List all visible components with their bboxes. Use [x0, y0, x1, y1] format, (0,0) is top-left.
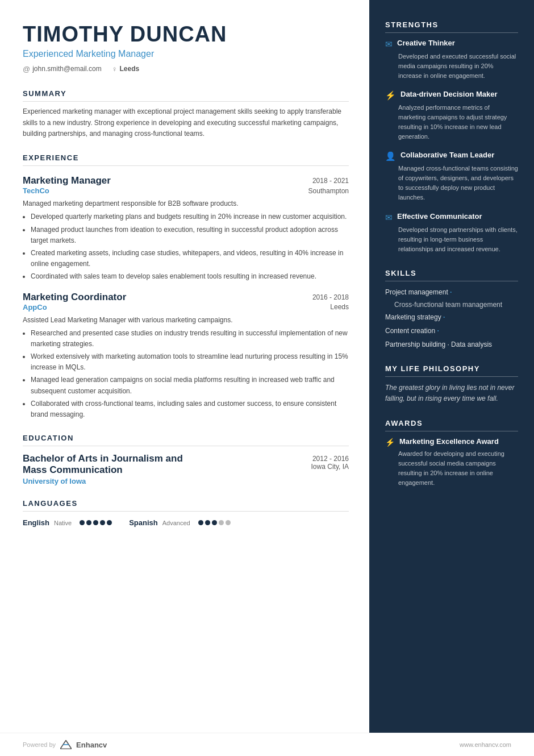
- skill-dot: ·: [450, 288, 452, 296]
- skills-section: SKILLS Project management · Cross-functi…: [385, 269, 518, 350]
- edu-1-dates: 2012 - 2016: [311, 455, 349, 463]
- award-1-name: Marketing Excellence Award: [399, 437, 499, 447]
- strength-collaborative: 👤 Collaborative Team Leader Managed cros…: [385, 151, 518, 202]
- collaborative-icon: 👤: [385, 151, 396, 161]
- dot: [212, 520, 217, 525]
- dot: [100, 520, 105, 525]
- strength-1-desc: Developed and executed successful social…: [385, 52, 518, 81]
- summary-text: Experienced marketing manager with excep…: [23, 106, 349, 140]
- award-1-header: ⚡ Marketing Excellence Award: [385, 437, 518, 447]
- job-2-bullets: Researched and presented case studies on…: [23, 328, 349, 421]
- job-2-location: Leeds: [330, 303, 349, 311]
- strength-4-name: Effective Communicator: [397, 212, 482, 222]
- skill-cross-functional: Cross-functional team management: [394, 301, 518, 309]
- language-spanish: Spanish Advanced: [129, 518, 231, 527]
- enhancv-brand-name: Enhancv: [76, 741, 107, 749]
- bullet-item: Researched and presented case studies on…: [31, 328, 349, 350]
- location-value: Leeds: [120, 65, 140, 73]
- languages-section: LANGUAGES English Native: [23, 499, 349, 527]
- dot: [80, 520, 85, 525]
- experience-title: EXPERIENCE: [23, 153, 349, 166]
- strength-2-header: ⚡ Data-driven Decision Maker: [385, 90, 518, 101]
- edu-degree-text: Bachelor of Arts in Journalism and Mass …: [23, 453, 205, 476]
- right-column: STRENGTHS ✉ Creative Thinker Developed a…: [369, 0, 534, 733]
- skill-content-creation: Content creation ·: [385, 326, 518, 336]
- dot: [219, 520, 224, 525]
- lang-spanish-level: Advanced: [162, 520, 190, 526]
- edu-1-right: 2012 - 2016 Iowa City, IA: [311, 453, 349, 471]
- job-2-desc: Assisted Lead Marketing Manager with var…: [23, 315, 349, 326]
- strength-communicator: ✉ Effective Communicator Developed stron…: [385, 212, 518, 254]
- award-1-desc: Awarded for developing and executing suc…: [385, 449, 518, 488]
- resume-page: TIMOTHY DUNCAN Experienced Marketing Man…: [0, 0, 534, 756]
- skill-project-mgmt: Project management ·: [385, 287, 518, 297]
- job-1-header: Marketing Manager 2018 - 2021: [23, 175, 349, 186]
- edu-1-location: Iowa City, IA: [311, 463, 349, 471]
- summary-title: SUMMARY: [23, 89, 349, 102]
- dot: [226, 520, 231, 525]
- philosophy-section: MY LIFE PHILOSOPHY The greatest glory in…: [385, 364, 518, 404]
- lang-spanish-dots: [198, 520, 231, 525]
- dot: [93, 520, 98, 525]
- edu-1-header: Bachelor of Arts in Journalism and Mass …: [23, 453, 349, 485]
- skills-title: SKILLS: [385, 269, 518, 281]
- lang-english-level: Native: [54, 520, 72, 526]
- dot: [205, 520, 210, 525]
- job-2-title: Marketing Coordinator: [23, 292, 126, 303]
- bullet-item: Worked extensively with marketing automa…: [31, 351, 349, 373]
- job-2-header: Marketing Coordinator 2016 - 2018: [23, 292, 349, 303]
- skill-partnership-data: Partnership building · Data analysis: [385, 339, 518, 350]
- awards-section: AWARDS ⚡ Marketing Excellence Award Awar…: [385, 419, 518, 488]
- strength-4-header: ✉ Effective Communicator: [385, 212, 518, 223]
- job-2-dates: 2016 - 2018: [312, 293, 349, 301]
- dot: [107, 520, 112, 525]
- bullet-item: Created marketing assets, including case…: [31, 248, 349, 269]
- footer: Powered by Enhancv www.enhancv.com: [0, 733, 534, 756]
- email-value: john.smith@email.com: [32, 65, 102, 73]
- candidate-name: TIMOTHY DUNCAN: [23, 23, 349, 47]
- data-driven-icon: ⚡: [385, 90, 396, 101]
- experience-section: EXPERIENCE Marketing Manager 2018 - 2021…: [23, 153, 349, 420]
- skill-marketing-strategy: Marketing strategy ·: [385, 312, 518, 322]
- footer-brand: Powered by Enhancv: [23, 740, 107, 749]
- education-title: EDUCATION: [23, 434, 349, 446]
- award-1: ⚡ Marketing Excellence Award Awarded for…: [385, 437, 518, 488]
- language-english: English Native: [23, 518, 112, 527]
- dot: [86, 520, 91, 525]
- philosophy-text: The greatest glory in living lies not in…: [385, 383, 518, 404]
- lang-english-name: English: [23, 518, 49, 527]
- job-1-company: TechCo: [23, 186, 49, 195]
- strength-4-desc: Developed strong partnerships with clien…: [385, 225, 518, 254]
- skill-dot: ·: [443, 313, 445, 321]
- strengths-title: STRENGTHS: [385, 20, 518, 33]
- creative-thinker-icon: ✉: [385, 39, 393, 49]
- dot: [198, 520, 203, 525]
- education-section: EDUCATION Bachelor of Arts in Journalism…: [23, 434, 349, 485]
- job-1-title: Marketing Manager: [23, 175, 111, 186]
- strength-3-desc: Managed cross-functional teams consistin…: [385, 164, 518, 202]
- left-column: TIMOTHY DUNCAN Experienced Marketing Man…: [0, 0, 369, 733]
- location-icon: ♀: [112, 65, 118, 73]
- bullet-item: Coordinated with sales team to develop s…: [31, 271, 349, 282]
- strength-1-name: Creative Thinker: [397, 39, 455, 48]
- main-content: TIMOTHY DUNCAN Experienced Marketing Man…: [0, 0, 534, 733]
- strength-2-desc: Analyzed performance metrics of marketin…: [385, 103, 518, 142]
- strength-3-header: 👤 Collaborative Team Leader: [385, 151, 518, 161]
- location-contact: ♀ Leeds: [112, 65, 139, 73]
- communicator-icon: ✉: [385, 213, 393, 223]
- bullet-item: Managed product launches from ideation t…: [31, 225, 349, 246]
- email-contact: @ john.smith@email.com: [23, 65, 102, 73]
- candidate-title: Experienced Marketing Manager: [23, 49, 349, 59]
- bullet-item: Collaborated with cross-functional teams…: [31, 398, 349, 420]
- lang-english-dots: [80, 520, 112, 525]
- job-1-desc: Managed marketing department responsible…: [23, 198, 349, 209]
- strength-data-driven: ⚡ Data-driven Decision Maker Analyzed pe…: [385, 90, 518, 142]
- summary-section: SUMMARY Experienced marketing manager wi…: [23, 89, 349, 140]
- philosophy-title: MY LIFE PHILOSOPHY: [385, 364, 518, 377]
- edu-school-name: University of Iowa: [23, 477, 205, 485]
- job-1-location: Southampton: [308, 187, 349, 195]
- email-icon: @: [23, 65, 30, 73]
- strength-3-name: Collaborative Team Leader: [400, 151, 494, 160]
- languages-title: LANGUAGES: [23, 499, 349, 512]
- edu-1-degree: Bachelor of Arts in Journalism and Mass …: [23, 453, 205, 485]
